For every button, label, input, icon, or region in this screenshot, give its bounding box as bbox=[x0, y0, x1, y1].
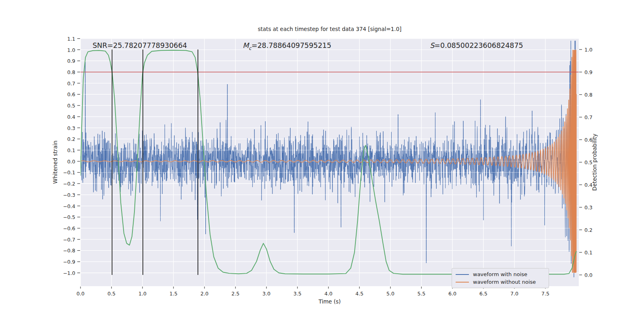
y-tick-label-left: 0.4 bbox=[67, 114, 75, 120]
y-tick-label-left: −0.4 bbox=[63, 203, 75, 209]
legend-item-with-noise: waveform with noise bbox=[456, 270, 545, 278]
legend-label: waveform with noise bbox=[473, 271, 527, 277]
legend: waveform with noise waveform without noi… bbox=[452, 268, 549, 288]
y-tick-label-right: 0.8 bbox=[584, 92, 592, 98]
legend-item-without-noise: waveform without noise bbox=[456, 278, 545, 286]
y-tick-label-right: 0.2 bbox=[584, 227, 592, 233]
y-tick-label-left: 0.9 bbox=[67, 58, 75, 64]
y-tick-label-left: 0.2 bbox=[67, 136, 75, 142]
y-tick-label-right: 0.3 bbox=[584, 204, 592, 211]
x-tick-label: 1.5 bbox=[169, 291, 178, 297]
annotation-snr: SNR=25.78207778930664 bbox=[93, 41, 187, 50]
y-tick-label-left: 1.0 bbox=[67, 47, 75, 53]
y-tick-label-left: 0.0 bbox=[67, 158, 75, 164]
x-tick-label: 1.0 bbox=[138, 291, 147, 297]
x-tick-label: 5.0 bbox=[386, 291, 394, 297]
legend-line-sample-orange bbox=[456, 282, 469, 283]
x-axis-label: Time (s) bbox=[319, 298, 341, 305]
y-axis-label-left: Whitened strain bbox=[52, 140, 58, 184]
y-tick-label-right: 0.7 bbox=[584, 114, 592, 120]
figure: stats at each timestep for test data 374… bbox=[0, 0, 644, 322]
chart-title: stats at each timestep for test data 374… bbox=[258, 26, 402, 32]
x-tick-label: 2.0 bbox=[200, 291, 208, 297]
x-tick-label: 6.0 bbox=[448, 291, 456, 297]
y-tick-label-left: −0.8 bbox=[63, 248, 75, 254]
y-tick-label-right: 0.9 bbox=[584, 69, 592, 75]
y-tick-label-left: −0.1 bbox=[63, 169, 75, 175]
y-tick-label-right: 0.5 bbox=[584, 159, 592, 165]
x-tick-label: 4.5 bbox=[355, 291, 363, 297]
legend-line-sample-blue bbox=[456, 274, 469, 275]
y-tick-label-left: 0.6 bbox=[67, 91, 75, 97]
x-tick-label: 0.5 bbox=[107, 291, 116, 297]
y-tick-label-right: 0.4 bbox=[584, 182, 592, 188]
x-tick-label: 7.5 bbox=[541, 291, 549, 297]
y-tick-label-right: 0.1 bbox=[584, 250, 592, 256]
y-tick-label-left: −0.2 bbox=[63, 181, 75, 187]
y-tick-label-left: 0.7 bbox=[67, 80, 75, 86]
y-tick-label-left: −1.0 bbox=[63, 270, 75, 276]
x-tick-label: 0.0 bbox=[76, 291, 85, 297]
x-tick-label: 4.0 bbox=[324, 291, 332, 297]
y-tick-label-left: −0.9 bbox=[63, 259, 75, 265]
y-tick-label-left: −0.6 bbox=[63, 225, 75, 231]
y-tick-label-left: 0.1 bbox=[67, 147, 75, 153]
legend-label: waveform without noise bbox=[473, 279, 536, 285]
x-tick-label: 5.5 bbox=[417, 291, 425, 297]
y-tick-label-left: 0.5 bbox=[67, 103, 75, 109]
y-tick-label-right: 0.0 bbox=[584, 272, 592, 278]
y-tick-label-left: 0.3 bbox=[67, 125, 75, 131]
x-tick-label: 3.0 bbox=[262, 291, 270, 297]
y-tick-label-right: 0.6 bbox=[584, 137, 592, 143]
y-tick-label-left: −0.7 bbox=[63, 236, 75, 242]
annotation-chirp-mass: Mc=28.78864097595215 bbox=[243, 41, 331, 51]
y-tick-label-left: 0.8 bbox=[67, 69, 75, 75]
x-tick-label: 7.0 bbox=[510, 291, 518, 297]
y-tick-label-right: 1.0 bbox=[584, 47, 592, 53]
x-tick-label: 6.5 bbox=[479, 291, 487, 297]
x-tick-label: 3.5 bbox=[293, 291, 301, 297]
x-tick-label: 2.5 bbox=[231, 291, 239, 297]
annotation-s-stat: S=0.08500223606824875 bbox=[430, 41, 523, 50]
y-tick-label-left: −0.5 bbox=[63, 214, 75, 220]
y-tick-label-left: 1.1 bbox=[67, 35, 75, 41]
y-tick-label-left: −0.3 bbox=[63, 192, 75, 198]
